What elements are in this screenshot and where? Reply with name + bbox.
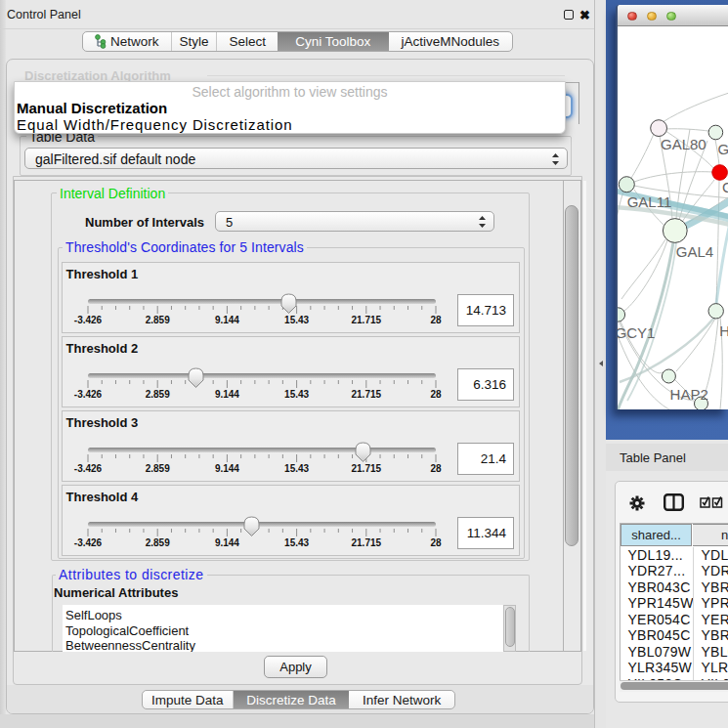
svg-text:H: H <box>719 322 728 339</box>
svg-text:GAL4: GAL4 <box>676 243 713 260</box>
svg-text:GAL11: GAL11 <box>627 193 672 210</box>
svg-text:HAP2: HAP2 <box>670 386 708 403</box>
svg-text:GCY1: GCY1 <box>618 324 655 341</box>
svg-text:GA: GA <box>718 141 728 157</box>
svg-text:GAL80: GAL80 <box>661 136 707 152</box>
svg-text:G: G <box>722 179 728 195</box>
